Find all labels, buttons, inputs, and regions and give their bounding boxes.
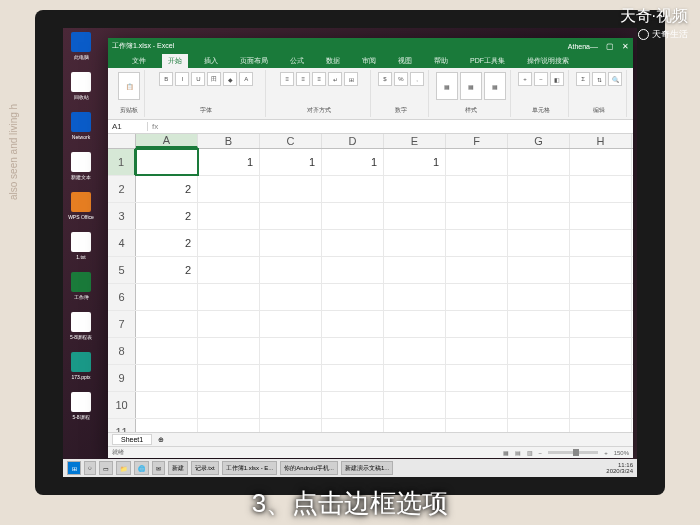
tab-data[interactable]: 数据 xyxy=(320,54,346,68)
view-pagebreak-button[interactable]: ▥ xyxy=(527,449,533,456)
cell-e10[interactable] xyxy=(384,392,446,418)
cell-c8[interactable] xyxy=(260,338,322,364)
cell-e11[interactable] xyxy=(384,419,446,432)
tab-view[interactable]: 视图 xyxy=(392,54,418,68)
view-layout-button[interactable]: ▤ xyxy=(515,449,521,456)
cell-e1[interactable]: 1 xyxy=(384,149,446,175)
cell-h6[interactable] xyxy=(570,284,632,310)
desktop-icon[interactable]: 173.pptx xyxy=(67,352,95,384)
cell-a2[interactable]: 2 xyxy=(136,176,198,202)
cell-e8[interactable] xyxy=(384,338,446,364)
cell-f5[interactable] xyxy=(446,257,508,283)
cell-d11[interactable] xyxy=(322,419,384,432)
zoom-level[interactable]: 150% xyxy=(614,450,629,456)
cell-h3[interactable] xyxy=(570,203,632,229)
cell-c7[interactable] xyxy=(260,311,322,337)
cell-styles-button[interactable]: ▦ xyxy=(484,72,506,100)
format-button[interactable]: ◧ xyxy=(550,72,564,86)
cell-b10[interactable] xyxy=(198,392,260,418)
cell-a6[interactable] xyxy=(136,284,198,310)
border-button[interactable]: 田 xyxy=(207,72,221,86)
cell-b2[interactable] xyxy=(198,176,260,202)
comma-button[interactable]: , xyxy=(410,72,424,86)
close-button[interactable]: ✕ xyxy=(622,42,629,51)
tab-layout[interactable]: 页面布局 xyxy=(234,54,274,68)
desktop-icon[interactable]: 5-8课程 xyxy=(67,392,95,424)
cell-f6[interactable] xyxy=(446,284,508,310)
row-header-3[interactable]: 3 xyxy=(108,203,136,229)
cell-g6[interactable] xyxy=(508,284,570,310)
cell-f7[interactable] xyxy=(446,311,508,337)
select-all-corner[interactable] xyxy=(108,134,136,148)
desktop-icon[interactable]: 新建文本 xyxy=(67,152,95,184)
name-box[interactable]: A1 xyxy=(108,122,148,131)
paste-button[interactable]: 📋 xyxy=(118,72,140,100)
cell-g8[interactable] xyxy=(508,338,570,364)
delete-button[interactable]: − xyxy=(534,72,548,86)
cell-f2[interactable] xyxy=(446,176,508,202)
row-header-8[interactable]: 8 xyxy=(108,338,136,364)
tab-file[interactable]: 文件 xyxy=(126,54,152,68)
cell-e9[interactable] xyxy=(384,365,446,391)
col-header-g[interactable]: G xyxy=(508,134,570,148)
fx-icon[interactable]: fx xyxy=(148,122,162,131)
account-name[interactable]: Athena xyxy=(568,43,590,50)
cell-h9[interactable] xyxy=(570,365,632,391)
cell-b8[interactable] xyxy=(198,338,260,364)
tab-tellme[interactable]: 操作说明搜索 xyxy=(521,54,575,68)
tab-home[interactable]: 开始 xyxy=(162,54,188,68)
fill-color-button[interactable]: ◆ xyxy=(223,72,237,86)
align-left-button[interactable]: ≡ xyxy=(280,72,294,86)
minimize-button[interactable]: — xyxy=(590,42,598,51)
percent-button[interactable]: % xyxy=(394,72,408,86)
col-header-e[interactable]: E xyxy=(384,134,446,148)
cell-g11[interactable] xyxy=(508,419,570,432)
cell-h11[interactable] xyxy=(570,419,632,432)
desktop-icon[interactable]: 5-8课程表 xyxy=(67,312,95,344)
cell-b11[interactable] xyxy=(198,419,260,432)
desktop-icon[interactable]: 1.txt xyxy=(67,232,95,264)
cell-c5[interactable] xyxy=(260,257,322,283)
taskbar-mail[interactable]: ✉ xyxy=(152,461,165,475)
start-button[interactable]: ⊞ xyxy=(67,461,81,475)
zoom-slider[interactable] xyxy=(548,451,598,454)
cell-g5[interactable] xyxy=(508,257,570,283)
row-header-10[interactable]: 10 xyxy=(108,392,136,418)
row-header-1[interactable]: 1 xyxy=(108,149,136,175)
taskbar-ppt[interactable]: 新建演示文稿1... xyxy=(341,461,393,475)
tab-help[interactable]: 帮助 xyxy=(428,54,454,68)
cell-c1[interactable]: 1 xyxy=(260,149,322,175)
cell-d6[interactable] xyxy=(322,284,384,310)
cell-b5[interactable] xyxy=(198,257,260,283)
cell-g2[interactable] xyxy=(508,176,570,202)
cell-f1[interactable] xyxy=(446,149,508,175)
cell-g10[interactable] xyxy=(508,392,570,418)
font-color-button[interactable]: A xyxy=(239,72,253,86)
tab-insert[interactable]: 插入 xyxy=(198,54,224,68)
taskbar-cortana[interactable]: ○ xyxy=(84,461,96,475)
cell-f8[interactable] xyxy=(446,338,508,364)
col-header-f[interactable]: F xyxy=(446,134,508,148)
taskbar-android[interactable]: 你的Android手机... xyxy=(280,461,338,475)
cell-f10[interactable] xyxy=(446,392,508,418)
zoom-in-button[interactable]: + xyxy=(604,450,608,456)
cell-e4[interactable] xyxy=(384,230,446,256)
desktop-icon[interactable]: 回收站 xyxy=(67,72,95,104)
maximize-button[interactable]: ▢ xyxy=(606,42,614,51)
taskbar-explorer[interactable]: 📁 xyxy=(116,461,131,475)
cell-f9[interactable] xyxy=(446,365,508,391)
italic-button[interactable]: I xyxy=(175,72,189,86)
cell-a5[interactable]: 2 xyxy=(136,257,198,283)
cell-h7[interactable] xyxy=(570,311,632,337)
cell-f11[interactable] xyxy=(446,419,508,432)
tab-pdf[interactable]: PDF工具集 xyxy=(464,54,511,68)
desktop-icon[interactable]: WPS Office xyxy=(67,192,95,224)
align-right-button[interactable]: ≡ xyxy=(312,72,326,86)
cell-c9[interactable] xyxy=(260,365,322,391)
insert-button[interactable]: + xyxy=(518,72,532,86)
taskbar-clock[interactable]: 11:16 2020/3/24 xyxy=(606,462,633,474)
taskbar-app[interactable]: 新建 xyxy=(168,461,188,475)
cell-g9[interactable] xyxy=(508,365,570,391)
format-table-button[interactable]: ▦ xyxy=(460,72,482,100)
autosum-button[interactable]: Σ xyxy=(576,72,590,86)
